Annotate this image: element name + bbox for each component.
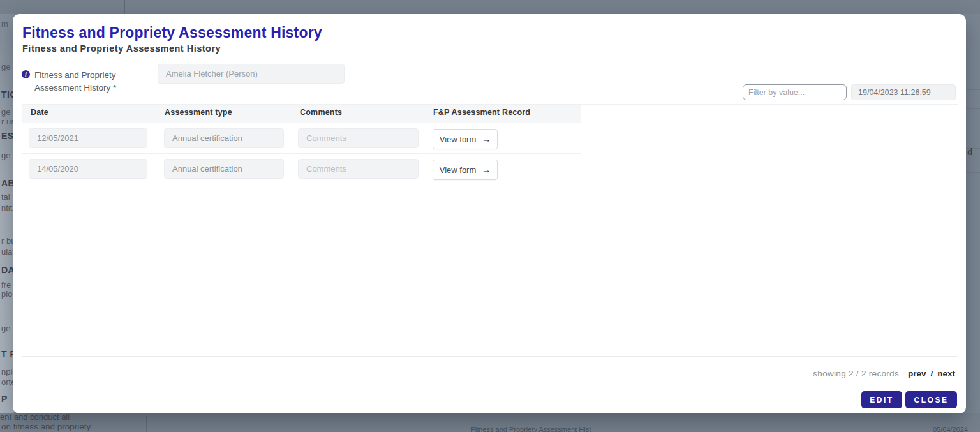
date-field[interactable]: 12/05/2021: [29, 128, 147, 148]
comments-field[interactable]: Comments: [298, 159, 419, 179]
view-form-button[interactable]: View form →: [433, 160, 498, 180]
timestamp-field[interactable]: 19/04/2023 11:26:59: [851, 84, 956, 100]
field-label-line2: Assessment History: [34, 83, 110, 93]
background-text-fragment: plo: [1, 289, 12, 299]
edit-button[interactable]: EDIT: [861, 391, 902, 408]
field-label-line1: Fitness and Propriety: [34, 70, 116, 80]
background-text-fragment: P: [1, 394, 8, 404]
filter-input[interactable]: [743, 84, 847, 100]
background-text-fragment: m: [1, 19, 8, 29]
backdrop-divider: [128, 6, 980, 6]
screen: m ge TIO ge r us ES ge ABA tai ntit r bu…: [0, 0, 980, 432]
column-header-comments: Comments: [300, 108, 342, 117]
background-text-fragment: fre: [1, 280, 11, 290]
backdrop-row-line: [966, 128, 980, 128]
backdrop-top-band: [0, 0, 980, 14]
background-text-fragment: ge: [1, 324, 10, 333]
required-asterisk: *: [113, 83, 116, 93]
modal-subtitle: Fitness and Propriety Assessment History: [22, 43, 221, 54]
backdrop-right-strip: d: [966, 14, 980, 413]
column-header-assessment-type: Assessment type: [165, 108, 232, 117]
assessment-table: Date Assessment type Comments F&P Assess…: [22, 105, 581, 184]
column-header-date: Date: [31, 108, 48, 117]
modal-title: Fitness and Propriety Assessment History: [22, 24, 322, 41]
table-row: 12/05/2021 Annual certification Comments…: [22, 123, 581, 154]
footer-divider: [22, 356, 958, 357]
table-header-row: Date Assessment type Comments F&P Assess…: [22, 105, 581, 123]
backdrop-column-border: [146, 416, 147, 432]
backdrop-bottom-strip: ent and conduct all on fitness and propr…: [0, 413, 980, 432]
pagination: showing 2 / 2 records prev / next: [813, 369, 955, 378]
backdrop-row-line: [966, 89, 980, 90]
backdrop-row-line: [966, 172, 980, 173]
prev-button[interactable]: prev: [908, 369, 926, 378]
background-text-fragment: ent and conduct all: [0, 412, 70, 422]
arrow-right-icon: →: [482, 134, 491, 144]
assessment-type-field[interactable]: Annual certification: [164, 128, 284, 148]
background-text-fragment: ge: [1, 151, 10, 160]
background-text-fragment: ntit: [1, 203, 12, 212]
field-label: Fitness and Propriety Assessment History…: [34, 69, 146, 94]
pager-separator: /: [930, 369, 933, 378]
arrow-right-icon: →: [482, 165, 491, 175]
backdrop-row-line: [966, 108, 980, 109]
comments-field[interactable]: Comments: [298, 128, 419, 148]
background-text-fragment: Fitness and Propriety Assessment Hist: [471, 426, 591, 432]
date-field[interactable]: 14/05/2020: [29, 159, 147, 179]
info-icon[interactable]: i: [22, 70, 30, 78]
assessment-history-modal: Fitness and Propriety Assessment History…: [13, 14, 966, 413]
column-header-fp-record: F&P Assessment Record: [433, 108, 530, 117]
view-form-label: View form: [440, 135, 477, 144]
background-text-fragment: ES: [1, 131, 14, 141]
background-text-fragment: on fitness and propriety.: [1, 422, 93, 431]
backdrop-column-border: [124, 0, 125, 14]
background-text-fragment: tai: [1, 192, 10, 202]
background-text-fragment: 05/04/2024: [933, 426, 968, 432]
person-field[interactable]: Amelia Fletcher (Person): [158, 64, 345, 84]
background-text-fragment: ge: [1, 62, 10, 71]
view-form-button[interactable]: View form →: [433, 129, 498, 149]
record-count-text: showing 2 / 2 records: [813, 369, 899, 378]
table-row: 14/05/2020 Annual certification Comments…: [22, 154, 581, 184]
view-form-label: View form: [440, 165, 477, 175]
background-text-fragment: d: [967, 147, 973, 157]
assessment-type-field[interactable]: Annual certification: [164, 159, 284, 179]
next-button[interactable]: next: [937, 369, 955, 378]
close-button[interactable]: CLOSE: [905, 391, 957, 408]
background-text-fragment: ge: [1, 107, 10, 117]
